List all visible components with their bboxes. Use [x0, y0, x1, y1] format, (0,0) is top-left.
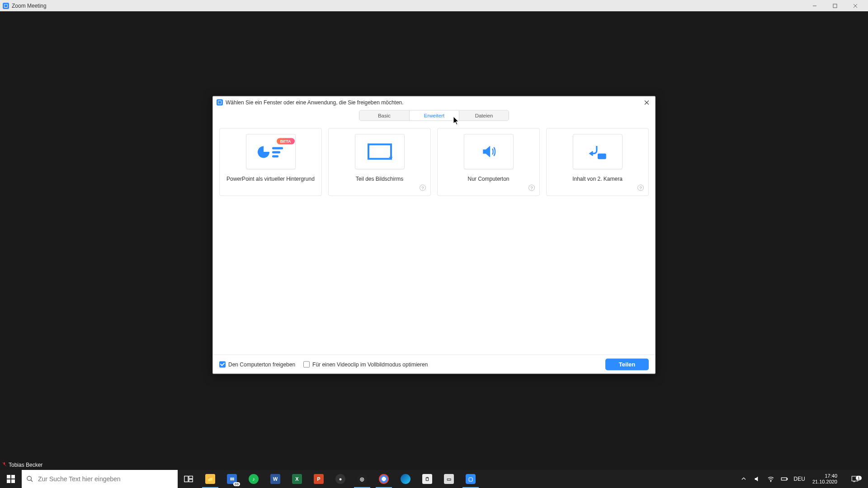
option-powerpoint-background[interactable]: BETA PowerPoint als virtueller Hintergru… [219, 128, 322, 196]
taskbar-obs[interactable]: ◎ [351, 470, 373, 488]
participant-name-text: Tobias Becker [9, 462, 42, 468]
tray-volume-icon[interactable] [753, 475, 761, 483]
taskbar-file-explorer[interactable]: 📁 [199, 470, 221, 488]
screen-portion-icon: + [355, 134, 405, 169]
svg-rect-14 [781, 478, 787, 480]
task-view-button[interactable] [178, 470, 199, 488]
taskbar-pinned-apps: 📁 ✉ 69 ♪ W X P ● ◎ 🗒 ▭ ▢ [178, 470, 481, 488]
tray-language-indicator[interactable]: DEU [794, 476, 805, 482]
dialog-body: BETA PowerPoint als virtueller Hintergru… [213, 126, 655, 355]
search-icon [26, 475, 33, 483]
svg-rect-11 [189, 476, 193, 479]
svg-rect-10 [184, 476, 188, 482]
zoom-app-icon [3, 3, 9, 9]
taskbar-edge[interactable] [395, 470, 416, 488]
window-maximize-button[interactable] [825, 0, 845, 11]
tab-advanced[interactable]: Erweitert [409, 111, 459, 121]
option-label: Inhalt von 2. Kamera [572, 176, 623, 182]
taskbar-powerpoint[interactable]: P [308, 470, 330, 488]
option-screen-portion[interactable]: + Teil des Bildschirms ? [328, 128, 431, 196]
participant-name-tag: Tobias Becker [2, 462, 42, 468]
info-icon[interactable]: ? [528, 185, 535, 191]
tray-notification-count: 1 [856, 476, 862, 480]
svg-rect-7 [598, 154, 606, 160]
taskbar-excel[interactable]: X [286, 470, 308, 488]
option-label: Teil des Bildschirms [356, 176, 403, 182]
checkbox-label: Den Computerton freigeben [228, 361, 295, 367]
dialog-close-button[interactable] [642, 98, 651, 108]
search-placeholder: Zur Suche Text hier eingeben [38, 475, 121, 483]
taskbar-notepad[interactable]: 🗒 [416, 470, 438, 488]
tray-clock[interactable]: 17:40 21.10.2020 [811, 473, 839, 485]
tray-battery-icon[interactable] [780, 475, 788, 483]
taskbar-zoom[interactable]: ▢ [460, 470, 481, 488]
svg-rect-12 [189, 479, 193, 482]
window-minimize-button[interactable] [804, 0, 825, 11]
checkbox-share-computer-audio[interactable]: Den Computerton freigeben [219, 361, 295, 367]
start-button[interactable] [0, 470, 22, 488]
tab-basic[interactable]: Basic [359, 111, 409, 121]
tray-date: 21.10.2020 [812, 479, 837, 485]
share-screen-dialog: Wählen Sie ein Fenster oder eine Anwendu… [212, 96, 656, 374]
windows-taskbar: Zur Suche Text hier eingeben 📁 ✉ 69 ♪ W … [0, 470, 868, 488]
taskbar-app-generic-2[interactable]: ▭ [438, 470, 460, 488]
zoom-meeting-window: Zoom Meeting Tobias Becker Wählen Sie ei… [0, 0, 868, 470]
zoom-titlebar: Zoom Meeting [0, 0, 868, 11]
option-label: PowerPoint als virtueller Hintergrund [226, 176, 315, 182]
info-icon[interactable]: ? [420, 185, 426, 191]
taskbar-search-input[interactable]: Zur Suche Text hier eingeben [22, 470, 178, 488]
window-title: Zoom Meeting [12, 3, 47, 9]
tray-notifications-button[interactable]: 1 [844, 475, 865, 483]
windows-logo-icon [7, 475, 15, 483]
mail-unread-badge: 69 [233, 482, 240, 486]
window-close-button[interactable] [845, 0, 865, 11]
checkbox-label: Für einen Videoclip im Vollbildmodus opt… [312, 361, 428, 367]
tab-files[interactable]: Dateien [459, 111, 509, 121]
dialog-titlebar: Wählen Sie ein Fenster oder eine Anwendu… [213, 97, 655, 108]
info-icon[interactable]: ? [637, 185, 644, 191]
tray-wifi-icon[interactable] [767, 475, 775, 483]
dialog-footer: Den Computerton freigeben Für einen Vide… [213, 355, 655, 374]
taskbar-app-generic-1[interactable]: ● [330, 470, 351, 488]
svg-point-8 [27, 476, 31, 480]
tray-time: 17:40 [812, 473, 837, 479]
powerpoint-bg-icon: BETA [246, 134, 296, 169]
mic-muted-icon [2, 462, 7, 468]
svg-rect-1 [833, 4, 837, 8]
tray-overflow-button[interactable] [740, 475, 748, 483]
second-camera-icon [573, 134, 623, 169]
dialog-tabs: Basic Erweitert Dateien [213, 108, 655, 126]
taskbar-spotify[interactable]: ♪ [243, 470, 264, 488]
checkbox-optimize-video[interactable]: Für einen Videoclip im Vollbildmodus opt… [303, 361, 428, 367]
svg-rect-15 [787, 479, 787, 480]
taskbar-mail[interactable]: ✉ 69 [221, 470, 243, 488]
speaker-icon [464, 134, 514, 169]
svg-line-9 [31, 480, 33, 482]
share-button[interactable]: Teilen [605, 358, 649, 370]
option-label: Nur Computerton [467, 176, 509, 182]
beta-badge: BETA [277, 138, 295, 145]
taskbar-word[interactable]: W [264, 470, 286, 488]
svg-point-13 [770, 481, 771, 482]
option-second-camera[interactable]: Inhalt von 2. Kamera ? [546, 128, 649, 196]
dialog-title: Wählen Sie ein Fenster oder eine Anwendu… [226, 99, 642, 106]
zoom-dialog-icon [217, 99, 223, 106]
system-tray: DEU 17:40 21.10.2020 1 [737, 470, 868, 488]
taskbar-chrome[interactable] [373, 470, 395, 488]
option-computer-audio[interactable]: Nur Computerton ? [437, 128, 540, 196]
